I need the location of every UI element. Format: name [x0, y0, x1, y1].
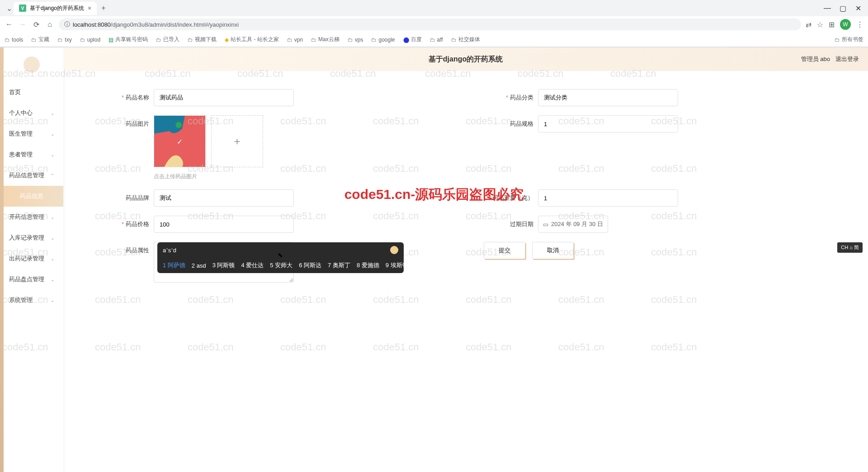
home-icon[interactable]: ⌂ [45, 20, 54, 28]
browser-chrome: ⌄ V 基于django的开药系统 × + — ▢ ✕ ← → ⟳ ⌂ ⓘ lo… [0, 0, 868, 47]
submit-button[interactable]: 提交 [484, 242, 525, 259]
logo [24, 57, 40, 73]
bookmark-item[interactable]: 🗀aff [430, 37, 443, 43]
label-expire: 过期日期 [484, 216, 533, 228]
menu-patient[interactable]: 患者管理⌄ [0, 144, 63, 165]
upload-add-button[interactable]: + [211, 115, 263, 167]
menu-drug-info[interactable]: 药品信息管理⌃ [0, 165, 63, 186]
menu-personal[interactable]: 个人中心⌄ [0, 103, 63, 123]
label-brand: 药品品牌 [99, 189, 149, 202]
bookmark-item[interactable]: 🗀社交媒体 [451, 36, 480, 43]
input-weight[interactable] [538, 189, 678, 207]
forward-icon: → [18, 20, 27, 28]
bookmark-item[interactable]: 🗀视频下载 [188, 36, 217, 43]
upload-preview[interactable]: ✓ [154, 115, 206, 167]
translate-icon[interactable]: ⇄ [806, 20, 811, 29]
ime-nav[interactable]: ◂▸ ▾ [415, 262, 426, 269]
extensions-icon[interactable]: ⊞ [829, 20, 835, 29]
maximize-icon[interactable]: ▢ [840, 5, 846, 11]
all-bookmarks[interactable]: 🗀所有书签 [835, 36, 863, 43]
bookmark-item[interactable]: 🗀宝藏 [31, 36, 49, 43]
bookmark-icon[interactable]: ☆ [817, 20, 823, 29]
ime-candidate[interactable]: 7 奥斯丁 [328, 261, 350, 269]
app-header: 基于django的开药系统 管理员 abo 退出登录 [63, 47, 868, 71]
menu-system[interactable]: 系统管理⌄ [0, 290, 63, 311]
profile-avatar[interactable]: W [840, 19, 851, 30]
close-window-icon[interactable]: ✕ [855, 5, 861, 11]
window-controls: — ▢ ✕ [824, 5, 868, 11]
menu-home[interactable]: 首页 [0, 82, 63, 103]
folder-icon: 🗀 [156, 37, 161, 43]
menu-stock-in[interactable]: 入库记录管理⌄ [0, 227, 63, 248]
chevron-down-icon: ⌄ [51, 111, 54, 116]
bookmark-item[interactable]: ▤共享账号密码 [108, 36, 148, 43]
cancel-button[interactable]: 取消 [532, 242, 574, 259]
input-spec[interactable] [538, 115, 678, 132]
label-attr: 药品属性 [99, 242, 149, 255]
tab-bar: ⌄ V 基于django的开药系统 × + — ▢ ✕ [0, 0, 868, 16]
ime-candidate[interactable]: 8 爱施德 [357, 261, 379, 269]
site-icon: ◆ [225, 37, 229, 43]
sidebar-accent [0, 47, 4, 472]
sidebar: 首页 个人中心⌄ 医生管理⌄ 患者管理⌄ 药品信息管理⌃ 药品信息 开药信息管理… [0, 47, 63, 472]
reload-icon[interactable]: ⟳ [32, 20, 41, 29]
input-price[interactable] [154, 216, 294, 233]
bookmark-item[interactable]: ⬤百度 [403, 36, 422, 43]
addr-actions: ⇄ ☆ ⊞ W ⋮ [806, 19, 863, 30]
bookmark-item[interactable]: 🗀uplod [80, 37, 100, 43]
folder-icon: 🗀 [835, 37, 840, 43]
bookmark-item[interactable]: 🗀vps [348, 37, 363, 43]
bookmark-item[interactable]: 🗀tools [5, 37, 23, 43]
chevron-up-icon: ⌃ [51, 173, 54, 178]
lang-badge[interactable]: CH ⌂ 简 [837, 242, 863, 253]
ime-candidate[interactable]: 9 埃斯顿 [386, 261, 408, 269]
url-input[interactable]: ⓘ localhost:8080/django0m3u8/admin/dist/… [59, 19, 801, 30]
input-brand[interactable] [154, 189, 294, 207]
site-info-icon[interactable]: ⓘ [64, 20, 70, 28]
ime-candidate[interactable]: 3 阿斯顿 [212, 261, 235, 269]
bookmark-item[interactable]: 🗀vpn [287, 37, 303, 43]
back-icon[interactable]: ← [5, 20, 14, 28]
chevron-down-icon: ⌄ [51, 132, 54, 137]
input-expire[interactable]: ▭ 2024 年 09 月 30 日 [538, 216, 608, 233]
tab-title: 基于django的开药系统 [30, 5, 84, 12]
svg-point-1 [175, 122, 182, 128]
input-name[interactable] [154, 89, 294, 106]
ime-candidate[interactable]: 4 爱仕达 [241, 261, 264, 269]
ime-candidate[interactable]: 6 阿斯达 [299, 261, 321, 269]
folder-icon: 🗀 [430, 37, 435, 43]
ime-candidate[interactable]: 5 安师大 [270, 261, 292, 269]
address-bar: ← → ⟳ ⌂ ⓘ localhost:8080/django0m3u8/adm… [0, 16, 868, 33]
menu-drug-info-sub[interactable]: 药品信息 [0, 186, 63, 207]
menu-icon[interactable]: ⋮ [856, 20, 863, 29]
bookmark-item[interactable]: 🗀txy [57, 37, 71, 43]
chevron-down-icon: ⌄ [51, 277, 54, 282]
logout-link[interactable]: 退出登录 [835, 55, 859, 63]
bookmark-item[interactable]: ◆站长工具 - 站长之家 [225, 36, 279, 43]
new-tab-button[interactable]: + [97, 1, 110, 15]
minimize-icon[interactable]: — [824, 5, 830, 11]
chevron-down-icon: ⌄ [51, 215, 54, 220]
folder-icon: 🗀 [188, 37, 193, 43]
menu-inventory[interactable]: 药品盘点管理⌄ [0, 269, 63, 290]
menu-prescription[interactable]: 开药信息管理⌄ [0, 207, 63, 227]
label-name: 药品名称 [99, 89, 149, 102]
label-price: 药品价格 [99, 216, 149, 228]
label-image: 药品图片 [99, 115, 149, 128]
menu-doctor[interactable]: 医生管理⌄ [0, 123, 63, 144]
ime-candidate[interactable]: 1 阿萨德 [163, 261, 185, 269]
menu-stock-out[interactable]: 出药记录管理⌄ [0, 248, 63, 269]
browser-tab[interactable]: V 基于django的开药系统 × [14, 2, 97, 15]
tab-dropdown-icon[interactable]: ⌄ [5, 4, 14, 13]
bookmark-item[interactable]: 🗀Max云梯 [311, 36, 340, 43]
ime-candidate[interactable]: 2 asd [192, 262, 206, 269]
bookmark-item[interactable]: 🗀google [371, 37, 395, 43]
close-icon[interactable]: × [88, 5, 91, 12]
user-label[interactable]: 管理员 abo [801, 55, 830, 63]
bookmark-item[interactable]: 🗀已导入 [156, 36, 179, 43]
folder-icon: 🗀 [348, 37, 353, 43]
input-category[interactable] [538, 89, 678, 106]
ime-candidates: 1 阿萨德 2 asd 3 阿斯顿 4 爱仕达 5 安师大 6 阿斯达 7 奥斯… [157, 258, 404, 273]
folder-icon: 🗀 [57, 37, 63, 43]
folder-icon: 🗀 [31, 37, 37, 43]
